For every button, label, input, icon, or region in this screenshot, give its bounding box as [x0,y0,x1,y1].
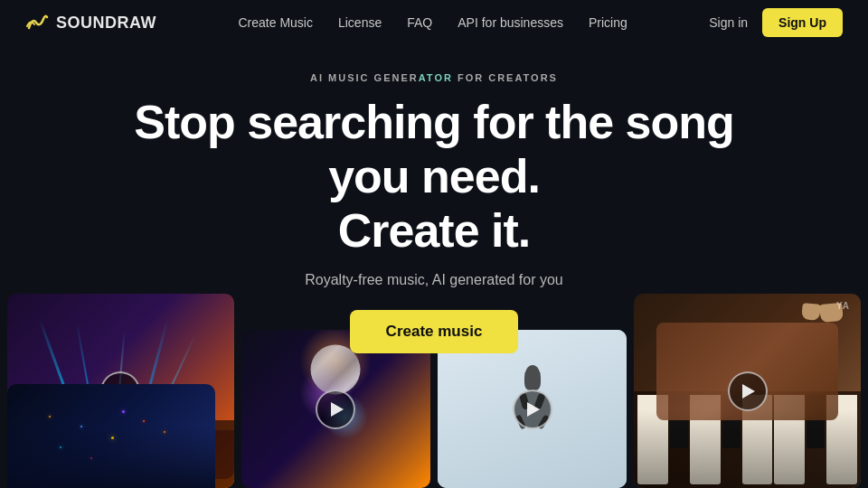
navbar: SOUNDRAW Create Music License FAQ API fo… [0,0,868,45]
nav-actions: Sign in Sign Up [709,8,843,37]
logo-icon [25,10,51,35]
piano-overlay [634,410,861,488]
hero-title: Stop searching for the song you need. Cr… [90,96,778,258]
play-button-dancer[interactable] [316,389,355,429]
signup-button[interactable]: Sign Up [762,8,843,37]
play-button-piano[interactable] [728,371,768,411]
signin-link[interactable]: Sign in [709,15,748,30]
logo-link[interactable]: SOUNDRAW [25,10,156,35]
grid-item-city [7,384,215,488]
nav-item-create-music[interactable]: Create Music [239,15,313,30]
ai-badge: AI MUSIC GENERATOR FOR CREATORS [18,72,850,83]
create-music-button[interactable]: Create music [350,310,519,353]
nav-item-faq[interactable]: FAQ [407,15,432,30]
logo-text: SOUNDRAW [56,14,156,33]
play-button-jumper[interactable] [513,389,552,429]
nav-item-api[interactable]: API for businesses [458,15,563,30]
city-lights-overlay [7,384,215,488]
nav-item-license[interactable]: License [338,15,382,30]
nav-links: Create Music License FAQ API for busines… [239,14,627,31]
hero-subtitle: Royalty-free music, AI generated for you [18,272,850,288]
hero-section: AI MUSIC GENERATOR FOR CREATORS Stop sea… [0,45,868,362]
nav-item-pricing[interactable]: Pricing [589,15,627,30]
